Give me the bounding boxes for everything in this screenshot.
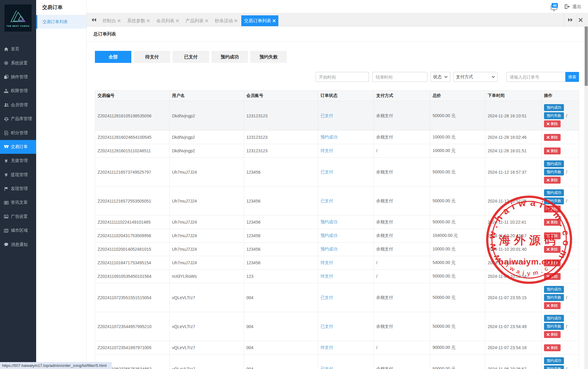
sidebar-item-4[interactable]: 权限管理 xyxy=(0,84,36,98)
order-status-link[interactable]: 预约成功 xyxy=(321,247,337,251)
delete-button[interactable]: 删除 xyxy=(544,246,561,253)
reserve-fail-button[interactable]: 预约失败 xyxy=(544,112,564,119)
tab-close-icon[interactable] xyxy=(147,19,150,22)
sidebar-item-3[interactable]: 插件管理 xyxy=(0,70,36,84)
order-status-link[interactable]: 预约成功 xyxy=(321,233,337,238)
orders-table-body: Z2024112816105198535056DkdNvjngp21231231… xyxy=(95,101,579,369)
username-cell: DkdNvjngp2 xyxy=(170,144,244,158)
actions-cell: 预约成功预约失败/删除 xyxy=(542,187,579,216)
delete-button[interactable]: 删除 xyxy=(544,219,561,226)
sidebar-item-12[interactable]: 资讯文章 xyxy=(0,196,36,209)
tab-close-icon[interactable] xyxy=(117,19,120,22)
sitemap-icon xyxy=(4,88,9,94)
sidebar-item-1[interactable]: 首页 xyxy=(0,42,36,56)
order-actions: 删除 xyxy=(544,344,576,352)
tab-close-icon[interactable] xyxy=(205,19,208,22)
tab-close-icon[interactable] xyxy=(273,19,276,22)
tab-3[interactable]: 会员列表 xyxy=(154,15,182,26)
order-status-link[interactable]: 已支付 xyxy=(321,113,333,118)
end-time-input[interactable] xyxy=(372,72,427,82)
sidebar-item-9[interactable]: ¥充值管理 xyxy=(0,154,36,168)
tab-5[interactable]: 秒杀活动 xyxy=(212,15,240,26)
delete-button[interactable]: 删除 xyxy=(544,120,561,127)
order-number-input[interactable] xyxy=(506,72,565,82)
order-status-link[interactable]: 待支付 xyxy=(321,260,333,265)
action-row: 预约失败/ xyxy=(544,365,567,369)
notification-indicator[interactable]: 43 xyxy=(551,2,560,12)
order-status-link[interactable]: 预约成功 xyxy=(321,135,337,139)
tab-close-icon[interactable] xyxy=(176,19,179,22)
delete-button[interactable]: 删除 xyxy=(544,273,561,280)
delete-button[interactable]: 删除 xyxy=(544,206,561,212)
order-status-link[interactable]: 已支付 xyxy=(321,169,333,174)
reserve-success-button[interactable]: 预约成功 xyxy=(544,160,564,167)
status-cell: 已支付 xyxy=(318,187,374,216)
reserve-success-button[interactable]: 预约成功 xyxy=(544,189,564,196)
tab-close-icon[interactable] xyxy=(234,19,237,22)
order-status-link[interactable]: 待支付 xyxy=(321,345,333,350)
filter-tab-4[interactable]: 预约成功 xyxy=(211,51,248,63)
scrollbar-thumb[interactable] xyxy=(585,26,588,86)
reserve-success-button[interactable]: 预约成功 xyxy=(544,104,564,111)
sidebar-item-10[interactable]: ¥提现管理 xyxy=(0,168,36,182)
logo-triangle-icon xyxy=(9,9,27,24)
pay-method-cell: 余额支付 xyxy=(374,229,430,243)
reserve-success-button[interactable]: 预约成功 xyxy=(544,315,564,322)
sidebar-item-14[interactable]: 城市区域 xyxy=(0,224,36,237)
svg-text:¥: ¥ xyxy=(5,159,8,163)
page-scrollbar[interactable] xyxy=(584,13,588,369)
delete-button[interactable]: 删除 xyxy=(544,134,561,141)
tabs-scroll-right-button[interactable] xyxy=(564,13,576,26)
order-status-link[interactable]: 待支付 xyxy=(321,148,333,153)
tab-4[interactable]: 产品列表 xyxy=(183,15,211,26)
order-id-cell: Z2024111110224149101485 xyxy=(95,216,170,229)
reserve-fail-button[interactable]: 预约失败 xyxy=(544,197,564,204)
logout-button[interactable]: 退出 xyxy=(565,3,581,10)
tab-1[interactable]: 控制台 xyxy=(100,15,123,26)
order-status-link[interactable]: 待支付 xyxy=(321,274,333,278)
order-status-link[interactable]: 已支付 xyxy=(321,198,333,203)
tabs-close-button[interactable] xyxy=(576,13,585,26)
filter-tab-1[interactable]: 全部 xyxy=(95,51,131,63)
sidebar-item-5[interactable]: 会员管理 xyxy=(0,98,36,112)
tabs-scroll-left-button[interactable] xyxy=(90,13,98,26)
reserve-fail-button[interactable]: 预约失败 xyxy=(544,323,564,330)
delete-button[interactable]: 删除 xyxy=(544,259,561,266)
status-select[interactable]: 状态 xyxy=(430,72,450,82)
time-cell: 2024-11-28 16:01:51 xyxy=(485,144,542,158)
start-time-input[interactable] xyxy=(316,72,369,82)
search-button[interactable]: 搜索 xyxy=(565,72,579,82)
delete-button[interactable]: 删除 xyxy=(544,177,561,184)
sidebar-item-8[interactable]: ₩交易订单 xyxy=(0,140,36,154)
total-cell: 104000.00 元 xyxy=(430,229,485,243)
reserve-success-button[interactable]: 预约成功 xyxy=(544,357,564,364)
account-cell: 123456 xyxy=(244,187,318,216)
delete-button[interactable]: 删除 xyxy=(544,302,561,309)
order-status-link[interactable]: 已支付 xyxy=(321,324,333,329)
filter-tab-3[interactable]: 已支付 xyxy=(173,51,209,63)
sidebar-item-15[interactable]: 消息通知 xyxy=(0,237,36,251)
order-status-link[interactable]: 预约成功 xyxy=(321,219,337,224)
delete-button[interactable]: 删除 xyxy=(544,331,561,338)
sidebar-item-11[interactable]: 发现管理 xyxy=(0,182,36,196)
delete-button[interactable]: 删除 xyxy=(544,232,561,239)
reserve-success-button[interactable]: 预约成功 xyxy=(544,286,564,293)
filter-tab-5[interactable]: 预约失败 xyxy=(250,51,287,63)
sidebar-item-6[interactable]: 产品库管理 xyxy=(0,112,36,126)
sidebar-item-13[interactable]: 广告设置 xyxy=(0,210,36,224)
filter-tab-2[interactable]: 待支付 xyxy=(134,51,170,63)
sidebar-item-7[interactable]: P积分管理 xyxy=(0,126,36,140)
submenu-item-1[interactable]: 交易订单列表 xyxy=(36,15,86,29)
delete-button[interactable]: 删除 xyxy=(544,147,561,154)
delete-button[interactable]: 删除 xyxy=(544,344,561,351)
reserve-fail-button[interactable]: 预约失败 xyxy=(544,294,564,301)
tab-2[interactable]: 系统参数 xyxy=(124,15,152,26)
pay-method-select[interactable]: 支付方式 xyxy=(453,72,498,82)
order-id-cell: Z2024111216573749525797 xyxy=(95,158,170,187)
tab-6[interactable]: 交易订单列表 xyxy=(241,15,278,26)
reserve-fail-button[interactable]: 预约失败 xyxy=(544,365,564,369)
order-status-link[interactable]: 已支付 xyxy=(321,295,333,300)
reserve-fail-button[interactable]: 预约失败 xyxy=(544,169,564,175)
sidebar-item-2[interactable]: 系统设置 xyxy=(0,56,36,70)
order-status-link[interactable]: 已支付 xyxy=(321,366,333,369)
